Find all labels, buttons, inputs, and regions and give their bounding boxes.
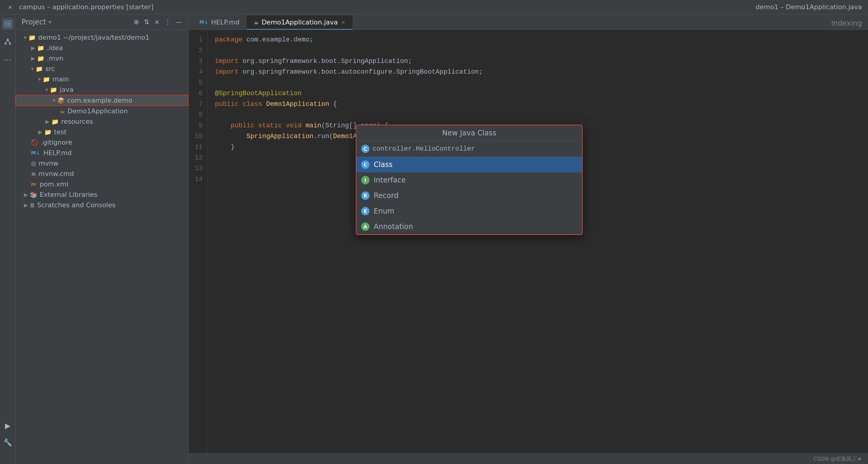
arrow-scratches: ▶: [24, 202, 28, 208]
svg-rect-0: [4, 21, 7, 24]
tree-item-mvn[interactable]: ▶ 📁 .mvn: [16, 53, 188, 64]
tree-label-mvnwcmd: mvnw.cmd: [38, 170, 74, 177]
pomxml-icon: m: [31, 181, 36, 187]
tree-label-src: src: [45, 65, 55, 72]
arrow-main: ▾: [38, 76, 41, 82]
svg-point-5: [5, 43, 6, 44]
code-editor[interactable]: package com.example.demo; import org.spr…: [208, 30, 868, 464]
right-window-title: demo1 – Demo1Application.java: [755, 3, 862, 11]
tree-item-mvnw[interactable]: ◎ mvnw: [16, 158, 188, 168]
svg-rect-1: [8, 21, 11, 24]
tab-demo1app[interactable]: ☕ Demo1Application.java ×: [247, 15, 352, 30]
tree-item-gitignore[interactable]: 🚫 .gitignore: [16, 137, 188, 147]
new-class-name-input[interactable]: [373, 145, 577, 153]
tab-close-demo1app[interactable]: ×: [341, 19, 345, 25]
tree-item-resources[interactable]: ▶ 📁 resources: [16, 116, 188, 127]
interface-type-label: Interface: [374, 176, 406, 184]
svg-line-7: [5, 40, 8, 43]
sidebar-more-icon[interactable]: ⋯: [2, 54, 14, 66]
project-panel: Project ▾ ⊕ ⇅ × ⋮ — ▾ 📁 demo1 ~/project/…: [16, 14, 189, 464]
md-file-icon: M↓: [31, 150, 40, 156]
project-tree: ▾ 📁 demo1 ~/project/java/test/demo1 ▶ 📁 …: [16, 30, 188, 464]
add-icon[interactable]: ⊕: [134, 18, 139, 26]
folder-test-icon: 📁: [44, 129, 52, 136]
tree-item-demo1[interactable]: ▾ 📁 demo1 ~/project/java/test/demo1: [16, 32, 188, 43]
folder-demo1-icon: 📁: [28, 34, 36, 41]
tab-demo1app-icon: ☕: [254, 19, 258, 25]
line-num-3: 3: [189, 56, 208, 67]
svg-line-8: [8, 40, 10, 43]
settings-icon[interactable]: ⋮: [164, 18, 171, 26]
popup-options-list: C Class I Interface R Record E Enum: [356, 157, 582, 234]
sidebar-project-icon[interactable]: [2, 18, 14, 30]
tools-icon[interactable]: 🔧: [2, 437, 14, 449]
record-type-icon: R: [361, 192, 370, 200]
folder-mvn-icon: 📁: [37, 55, 44, 62]
tree-item-package[interactable]: ▾ 📦 com.example.demo: [16, 95, 188, 106]
tree-item-java[interactable]: ▾ 📁 java: [16, 85, 188, 95]
tree-item-scratches[interactable]: ▶ ≣ Scratches and Consoles: [16, 200, 188, 210]
annotation-type-label: Annotation: [374, 223, 413, 231]
tree-item-main[interactable]: ▾ 📁 main: [16, 74, 188, 85]
minimize-icon[interactable]: —: [176, 18, 182, 26]
project-label: Project: [22, 18, 46, 26]
tree-label-main: main: [53, 75, 69, 83]
tree-label-test: test: [54, 128, 67, 136]
popup-option-record[interactable]: R Record: [356, 188, 582, 203]
indexing-label: Indexing: [831, 19, 862, 27]
tab-helpmd[interactable]: M↓ HELP.md: [192, 15, 247, 30]
sidebar-structure-icon[interactable]: [2, 36, 14, 48]
tree-label-pomxml: pom.xml: [40, 180, 68, 188]
scratches-icon: ≣: [30, 202, 35, 209]
mvnw-icon: ◎: [31, 160, 36, 167]
close-panel-icon[interactable]: ×: [154, 18, 160, 26]
collapse-expand-icon[interactable]: ⇅: [144, 18, 149, 26]
folder-idea-icon: 📁: [37, 44, 44, 52]
line-num-14: 14: [189, 174, 208, 185]
bottom-left-icons: ▶ 🔧: [0, 420, 16, 452]
popup-option-class[interactable]: C Class: [356, 157, 582, 172]
line-num-7: 7: [189, 99, 208, 110]
tree-item-src[interactable]: ▾ 📁 src: [16, 64, 188, 74]
tree-item-demo1application[interactable]: ☕ Demo1Application: [16, 106, 188, 116]
run-icon[interactable]: ▶: [2, 420, 14, 432]
code-line-7: public class Demo1Application {: [215, 99, 861, 110]
tree-label-helpmd: HELP.md: [43, 149, 72, 157]
new-java-class-dialog[interactable]: New Java Class C C Class I Interface: [356, 125, 583, 235]
arrow-src: ▾: [31, 66, 34, 72]
tree-label-java: java: [60, 86, 73, 93]
record-type-label: Record: [374, 192, 399, 200]
popup-option-interface[interactable]: I Interface: [356, 172, 582, 188]
java-file-icon: ☕: [60, 108, 65, 115]
svg-rect-3: [8, 24, 11, 27]
tree-item-idea[interactable]: ▶ 📁 .idea: [16, 43, 188, 53]
tree-label-resources: resources: [61, 118, 93, 125]
line-num-12: 12: [189, 153, 208, 163]
code-line-1: package com.example.demo;: [215, 35, 861, 45]
tree-item-external-libraries[interactable]: ▶ 📚 External Libraries: [16, 189, 188, 200]
tab-helpmd-icon: M↓: [199, 20, 208, 25]
project-chevron[interactable]: ▾: [49, 19, 51, 26]
tree-item-mvnwcmd[interactable]: ≡ mvnw.cmd: [16, 168, 188, 179]
svg-point-6: [9, 43, 10, 44]
code-line-2: [215, 45, 861, 56]
popup-input-row: C: [356, 141, 582, 157]
tree-label-scratches: Scratches and Consoles: [37, 201, 116, 209]
close-window-button[interactable]: ×: [6, 3, 14, 11]
arrow-demo1: ▾: [24, 34, 27, 40]
popup-option-enum[interactable]: E Enum: [356, 203, 582, 219]
arrow-java: ▾: [45, 87, 48, 93]
tab-bar: M↓ HELP.md ☕ Demo1Application.java ×: [189, 14, 868, 30]
code-line-4: import org.springframework.boot.autoconf…: [215, 67, 861, 77]
tree-item-test[interactable]: ▶ 📁 test: [16, 127, 188, 137]
tree-item-pomxml[interactable]: m pom.xml: [16, 179, 188, 189]
tree-label-gitignore: .gitignore: [41, 139, 72, 146]
class-type-label: Class: [374, 160, 393, 169]
project-title: Project ▾: [22, 18, 51, 26]
line-num-13: 13: [189, 163, 208, 174]
tree-item-helpmd[interactable]: M↓ HELP.md: [16, 147, 188, 158]
line-num-2: 2: [189, 45, 208, 56]
line-num-10: 10: [189, 131, 208, 142]
arrow-idea: ▶: [31, 45, 35, 51]
popup-option-annotation[interactable]: A Annotation: [356, 219, 582, 234]
